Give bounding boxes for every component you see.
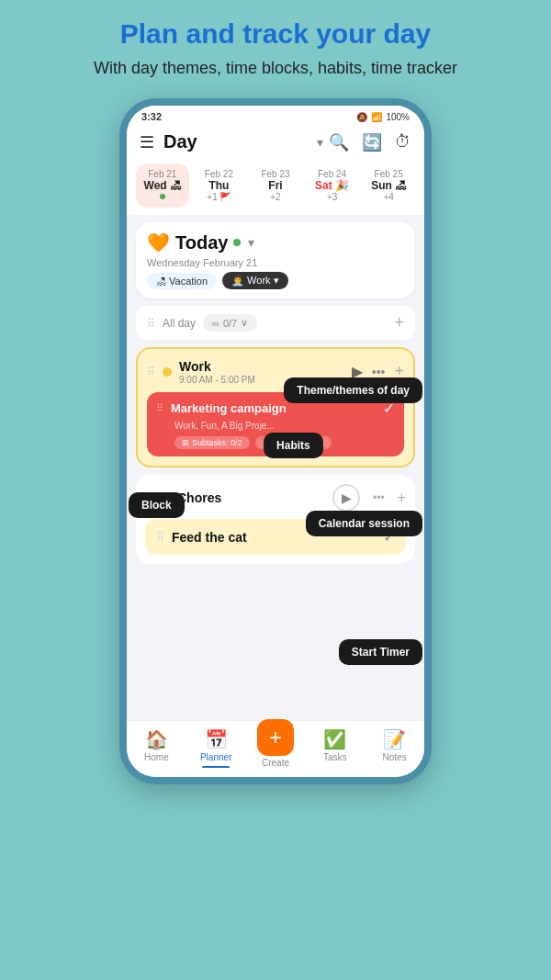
today-header: 🧡 Today ▾ [147,231,404,253]
date-day-0: Wed 🏖 [144,179,181,192]
today-chevron[interactable]: ▾ [248,235,254,250]
marketing-subtask-chip[interactable]: ⊞ Subtasks: 0/2 [174,436,250,449]
page-subtitle: With day themes, time blocks, habits, ti… [57,57,494,80]
planner-icon: 📅 [205,728,228,750]
today-label: Today [175,232,228,253]
date-month-day-4: Feb 25 [375,169,403,179]
nav-home-label: Home [144,752,169,762]
allday-habit-count: 0/7 [223,318,237,329]
marketing-subtitle: Work, Fun, A Big Proje... [156,421,395,431]
phone-block: 3:32 🔕 📶 100% ☰ Day ▾ 🔍 🔄 ⏱ [119,98,432,784]
notes-icon: 📝 [383,728,406,750]
block-tooltip: Block [129,492,185,518]
nav-tasks[interactable]: ✅ Tasks [305,728,365,768]
date-day-4: Sun 🏖 [371,179,406,192]
today-active-dot [233,239,241,246]
date-count-4: +4 [383,192,393,202]
subtask-icon: ⊞ [182,438,189,447]
nav-tasks-label: Tasks [323,752,347,762]
silent-icon: 🔕 [356,112,367,122]
feedcat-drag[interactable]: ⠿ [156,531,164,544]
create-button[interactable]: + [257,719,294,756]
nav-create[interactable]: + Create [246,728,306,768]
tasks-icon: ✅ [323,728,346,750]
date-item-sat[interactable]: Feb 24 Sat 🎉 +3 [306,163,359,208]
phone-container: 3:32 🔕 📶 100% ☰ Day ▾ 🔍 🔄 ⏱ [0,98,551,784]
today-themes: 🏖 Vacation 👨‍💼 Work ▾ [147,272,404,289]
home-icon: 🏠 [145,728,168,750]
date-dot-0 [160,194,165,199]
date-day-2: Fri [268,179,282,192]
chores-more-icon[interactable]: ••• [373,491,385,504]
date-item-thu[interactable]: Feb 22 Thu +1 🚩 [193,163,246,208]
app-title: Day [163,131,311,152]
wifi-icon: 📶 [371,112,382,122]
search-icon[interactable]: 🔍 [329,132,349,152]
allday-plus-icon[interactable]: + [394,313,404,332]
today-emoji: 🧡 [147,231,170,253]
marketing-title: Marketing campaign [171,401,376,415]
chores-play-button[interactable]: ▶ [332,484,360,512]
vacation-theme-chip[interactable]: 🏖 Vacation [147,273,217,289]
date-item-wed[interactable]: Feb 21 Wed 🏖 [136,163,189,208]
nav-home[interactable]: 🏠 Home [127,728,186,768]
chores-add-icon[interactable]: + [398,490,406,506]
timer-icon[interactable]: ⏱ [395,132,411,152]
allday-habit-icon: ∞ [212,318,219,329]
date-month-day-2: Feb 23 [261,169,289,179]
nav-notes[interactable]: 📝 Notes [365,728,424,768]
work-theme-chip[interactable]: 👨‍💼 Work ▾ [222,272,288,289]
status-icons: 🔕 📶 100% [356,112,410,122]
date-month-day-3: Feb 24 [318,169,346,179]
allday-habit-chip[interactable]: ∞ 0/7 ∨ [203,314,257,332]
allday-row: ⠿ All day ∞ 0/7 ∨ + [136,306,415,340]
date-count-2: +2 [270,192,280,202]
allday-drag: ⠿ [147,317,155,330]
chores-title: Chores [177,490,325,505]
status-time: 3:32 [141,111,162,122]
date-count-3: +3 [327,192,337,202]
refresh-icon[interactable]: 🔄 [362,132,382,152]
today-card: 🧡 Today ▾ Wednesday February 21 🏖 Vacati… [136,222,415,299]
header-icons: 🔍 🔄 ⏱ [329,132,411,152]
work-dot [163,367,172,377]
date-item-fri[interactable]: Feb 23 Fri +2 [249,163,302,208]
date-day-1: Thu [208,179,229,192]
date-month-day-1: Feb 22 [205,169,233,179]
app-header: ☰ Day ▾ 🔍 🔄 ⏱ [127,126,424,160]
status-bar: 3:32 🔕 📶 100% [127,106,424,126]
today-date-line: Wednesday February 21 [147,257,404,268]
allday-label: All day [163,317,196,330]
work-title: Work [179,359,211,374]
date-item-sun[interactable]: Feb 25 Sun 🏖 +4 [362,163,415,208]
marketing-drag[interactable]: ⠿ [156,402,163,414]
battery-text: 100% [386,112,410,122]
date-count-1: +1 🚩 [207,192,231,202]
bottom-nav: 🏠 Home 📅 Planner + Create ✅ Tasks [127,720,424,777]
allday-chevron: ∨ [241,317,248,329]
nav-planner[interactable]: 📅 Planner [186,728,246,768]
calendar-session-tooltip: Calendar session [306,511,422,536]
nav-notes-label: Notes [383,752,407,762]
date-day-3: Sat 🎉 [315,179,349,192]
habits-tooltip: Habits [264,433,323,458]
nav-planner-label: Planner [200,752,231,762]
work-drag-handle[interactable]: ⠿ [147,366,155,378]
theme-tooltip: Theme/themes of day [284,377,422,403]
hamburger-icon[interactable]: ☰ [140,132,154,152]
nav-create-label: Create [262,758,289,768]
page-title: Plan and track your day [102,18,449,50]
title-chevron[interactable]: ▾ [317,135,323,150]
date-month-day-0: Feb 21 [148,169,176,179]
subtask-label: Subtasks: 0/2 [192,438,242,447]
date-strip: Feb 21 Wed 🏖 Feb 22 Thu +1 🚩 Feb 23 Fri … [127,160,424,215]
start-timer-tooltip: Start Timer [339,639,422,665]
